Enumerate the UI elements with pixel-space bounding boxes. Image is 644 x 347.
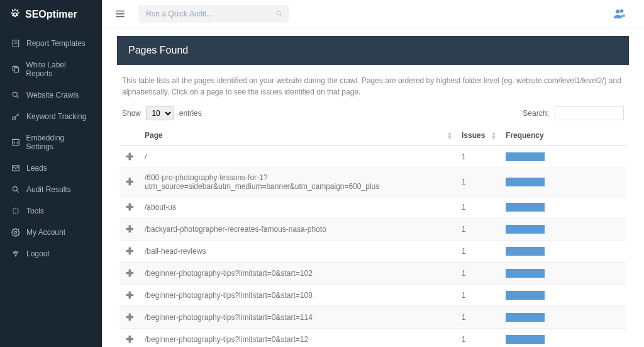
copy-icon xyxy=(10,65,21,74)
sidebar-nav: Report Templates White Label Reports Web… xyxy=(0,29,102,265)
sort-icon: ▲▼ xyxy=(447,131,453,140)
search-icon xyxy=(10,185,21,194)
table-row[interactable]: ✚ /beginner-photography-tips?limitstart=… xyxy=(119,307,626,329)
quick-audit-search xyxy=(138,5,289,23)
sidebar-item-label: White Label Reports xyxy=(26,60,92,78)
issues-column-header[interactable]: Issues▲▼ xyxy=(457,125,501,146)
page-cell: /beginner-photography-tips?limitstart=0&… xyxy=(140,307,457,329)
page-column-header[interactable]: Page▲▼ xyxy=(140,125,457,146)
sidebar-item-templates[interactable]: Report Templates xyxy=(0,33,102,54)
show-prefix: Show xyxy=(122,109,141,118)
user-menu-button[interactable] xyxy=(613,7,626,21)
page-cell: /600-pro-photography-lessons-for-1?utm_s… xyxy=(140,168,457,196)
sidebar-item-label: Website Crawls xyxy=(26,91,79,100)
table-row[interactable]: ✚ /backyard-photographer-recreates-famou… xyxy=(119,219,626,241)
sort-icon: ▲▼ xyxy=(491,131,497,140)
expand-button[interactable]: ✚ xyxy=(126,176,134,187)
svg-point-19 xyxy=(277,11,280,15)
sidebar-item-embedding[interactable]: Embedding Settings xyxy=(0,127,102,157)
issues-cell: 1 xyxy=(457,285,501,307)
quick-audit-input[interactable] xyxy=(138,5,289,23)
table-controls: Show 10 entries Search: xyxy=(119,106,626,125)
frequency-cell xyxy=(501,329,626,348)
frequency-cell xyxy=(501,196,626,219)
logout-icon xyxy=(10,249,21,258)
sidebar-item-label: Leads xyxy=(26,164,47,173)
show-entries: Show 10 entries xyxy=(122,106,202,120)
sidebar-item-audit[interactable]: Audit Results xyxy=(0,179,102,200)
frequency-cell xyxy=(501,241,626,263)
svg-point-21 xyxy=(616,9,619,13)
topbar xyxy=(102,0,644,28)
table-row[interactable]: ✚ /beginner-photography-tips?limitstart=… xyxy=(119,329,626,348)
sidebar-item-tools[interactable]: Tools xyxy=(0,200,102,222)
frequency-column-header[interactable]: Frequency xyxy=(501,125,626,146)
expand-column xyxy=(119,125,140,146)
panel-title: Pages Found xyxy=(117,36,629,65)
expand-button[interactable]: ✚ xyxy=(126,202,134,212)
page-cell: /beginner-photography-tips?limitstart=0&… xyxy=(140,285,457,307)
code-icon xyxy=(10,138,21,147)
expand-button[interactable]: ✚ xyxy=(126,224,134,234)
sidebar-item-leads[interactable]: Leads xyxy=(0,157,102,179)
panel-description: This table lists all the pages identifie… xyxy=(119,75,626,106)
pages-table: Page▲▼ Issues▲▼ Frequency ✚ / 1 ✚ /600-p… xyxy=(119,125,626,347)
svg-line-13 xyxy=(16,190,18,192)
logo-icon xyxy=(9,8,21,21)
sidebar-item-keyword[interactable]: Keyword Tracking xyxy=(0,106,102,127)
brand-logo[interactable]: SEOptimer xyxy=(0,0,102,29)
sidebar-item-crawls[interactable]: Website Crawls xyxy=(0,84,102,106)
svg-line-6 xyxy=(16,96,18,98)
sidebar-item-label: Logout xyxy=(26,249,50,258)
expand-button[interactable]: ✚ xyxy=(126,151,134,162)
sidebar-item-whitelabel[interactable]: White Label Reports xyxy=(0,54,102,84)
expand-button[interactable]: ✚ xyxy=(126,334,134,344)
sidebar-item-label: Keyword Tracking xyxy=(26,112,86,121)
pages-found-panel: Pages Found This table lists all the pag… xyxy=(117,36,629,347)
frequency-cell xyxy=(501,146,626,168)
page-cell: /ball-head-reviews xyxy=(140,241,457,263)
table-row[interactable]: ✚ /beginner-photography-tips?limitstart=… xyxy=(119,285,626,307)
table-search-input[interactable] xyxy=(555,106,624,120)
document-icon xyxy=(10,39,21,48)
issues-cell: 1 xyxy=(457,219,501,241)
svg-line-20 xyxy=(280,14,282,16)
show-suffix: entries xyxy=(179,109,202,118)
page-cell: /about-us xyxy=(140,196,457,219)
entries-select[interactable]: 10 xyxy=(146,106,174,120)
frequency-bar xyxy=(506,178,545,186)
frequency-cell xyxy=(501,307,626,329)
frequency-cell xyxy=(501,263,626,285)
hamburger-button[interactable] xyxy=(109,6,131,22)
expand-button[interactable]: ✚ xyxy=(126,246,134,256)
svg-point-5 xyxy=(13,92,17,96)
page-cell: /beginner-photography-tips?limitstart=0&… xyxy=(140,329,457,348)
sidebar-item-label: My Account xyxy=(26,228,65,237)
expand-button[interactable]: ✚ xyxy=(126,312,134,322)
expand-button[interactable]: ✚ xyxy=(126,290,134,300)
svg-point-22 xyxy=(620,9,624,13)
frequency-bar xyxy=(506,152,545,161)
search-icon xyxy=(10,91,21,100)
table-row[interactable]: ✚ /beginner-photography-tips?limitstart=… xyxy=(119,263,626,285)
table-row[interactable]: ✚ /about-us 1 xyxy=(119,196,626,219)
frequency-bar xyxy=(506,291,545,300)
table-row[interactable]: ✚ /ball-head-reviews 1 xyxy=(119,241,626,263)
main-content: Pages Found This table lists all the pag… xyxy=(102,0,644,347)
frequency-bar xyxy=(506,313,545,322)
issues-cell: 1 xyxy=(457,168,501,196)
table-row[interactable]: ✚ / 1 xyxy=(119,146,626,168)
table-row[interactable]: ✚ /600-pro-photography-lessons-for-1?utm… xyxy=(119,168,626,196)
brand-text: SEOptimer xyxy=(25,9,77,20)
sidebar-item-label: Tools xyxy=(26,207,44,215)
search-label: Search: xyxy=(523,109,548,118)
svg-line-9 xyxy=(18,115,19,116)
sidebar-item-logout[interactable]: Logout xyxy=(0,243,102,265)
issues-cell: 1 xyxy=(457,329,501,348)
sidebar-item-account[interactable]: My Account xyxy=(0,222,102,243)
mail-icon xyxy=(10,164,21,173)
issues-cell: 1 xyxy=(457,263,501,285)
expand-button[interactable]: ✚ xyxy=(126,268,134,278)
svg-point-14 xyxy=(14,231,17,234)
search-icon xyxy=(275,10,283,18)
